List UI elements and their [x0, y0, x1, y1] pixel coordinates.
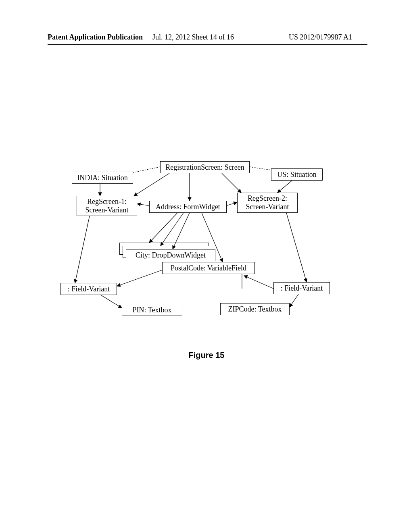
figure-caption: Figure 15 — [0, 351, 413, 360]
svg-line-3 — [250, 167, 271, 170]
node-field-variant-right: : Field-Variant — [273, 282, 330, 294]
svg-line-18 — [101, 295, 122, 308]
node-zip-textbox: ZIPCode: Textbox — [220, 303, 290, 315]
svg-line-4 — [133, 167, 160, 172]
svg-line-15 — [117, 270, 162, 286]
svg-line-17 — [244, 276, 273, 289]
svg-line-13 — [75, 216, 90, 283]
svg-line-10 — [161, 213, 184, 246]
node-field-variant-left: : Field-Variant — [60, 283, 117, 295]
node-address-formwidget: Address: FormWidget — [149, 201, 227, 213]
svg-line-14 — [286, 213, 307, 282]
svg-line-2 — [222, 173, 241, 193]
node-india-situation: INDIA: Situation — [72, 172, 133, 184]
diagram: RegistrationScreen: Screen INDIA: Situat… — [0, 0, 413, 532]
node-us-situation: US: Situation — [271, 168, 323, 181]
node-regscreen-2: RegScreen-2: Screen-Variant — [237, 193, 298, 213]
node-registration-screen: RegistrationScreen: Screen — [160, 161, 250, 173]
node-postalcode-variablefield: PostalCode: VariableField — [162, 262, 255, 274]
node-city-dropdown: City: DropDownWidget — [126, 249, 215, 261]
svg-line-6 — [277, 181, 292, 193]
svg-line-8 — [227, 202, 237, 206]
svg-line-9 — [149, 213, 177, 243]
svg-line-0 — [134, 173, 169, 196]
patent-page: Patent Application Publication Jul. 12, … — [0, 0, 413, 532]
svg-line-19 — [290, 294, 298, 307]
node-pin-textbox: PIN: Textbox — [122, 304, 182, 316]
node-regscreen-1: RegScreen-1: Screen-Variant — [77, 196, 137, 216]
svg-line-7 — [137, 204, 149, 206]
